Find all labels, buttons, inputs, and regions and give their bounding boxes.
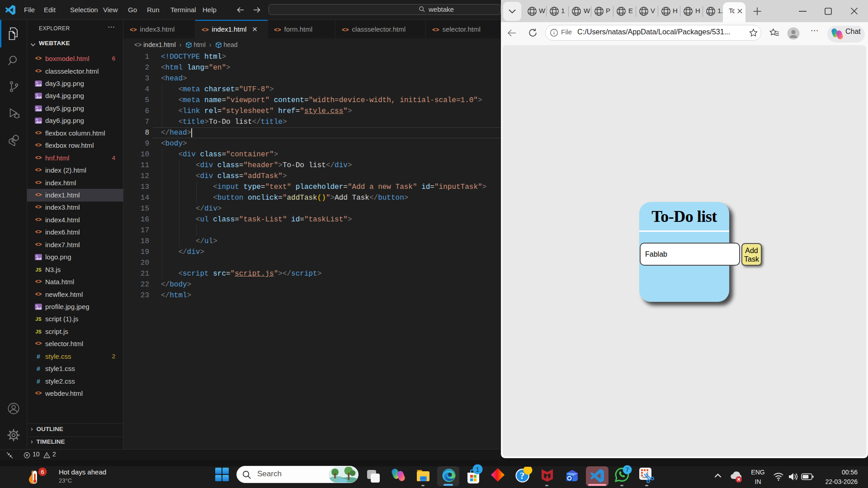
svg-text:1: 1 xyxy=(476,466,480,473)
svg-text:6: 6 xyxy=(41,469,44,475)
svg-text:7: 7 xyxy=(626,466,629,473)
